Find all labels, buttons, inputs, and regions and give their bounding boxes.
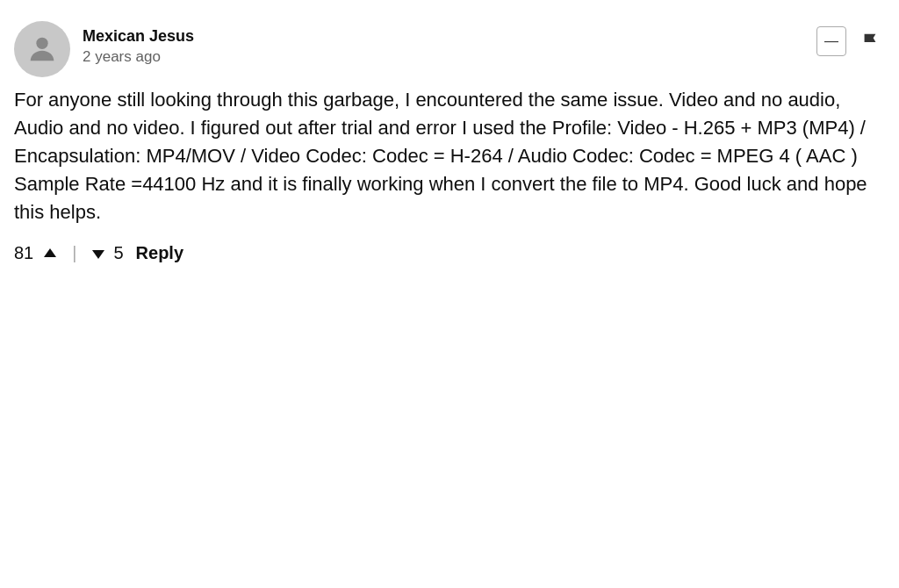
svg-point-0 (36, 38, 47, 49)
flag-icon (860, 32, 880, 51)
chevron-down-icon (92, 250, 104, 259)
flag-button[interactable] (855, 26, 885, 56)
comment-meta: Mexican Jesus 2 years ago (83, 21, 194, 66)
author-name: Mexican Jesus (83, 26, 194, 47)
upvote-button[interactable] (40, 247, 60, 261)
comment-actions-top: — (816, 21, 885, 56)
downvote-button[interactable] (89, 247, 108, 261)
comment-header: Mexican Jesus 2 years ago — (14, 21, 885, 77)
upvote-count: 81 (14, 243, 33, 263)
comment: Mexican Jesus 2 years ago — For anyone s… (14, 14, 885, 272)
upvote-section: 81 (14, 243, 60, 263)
comment-timestamp: 2 years ago (83, 48, 194, 66)
comment-header-left: Mexican Jesus 2 years ago (14, 21, 194, 77)
comment-body: For anyone still looking through this ga… (14, 86, 885, 226)
vote-divider: | (72, 243, 76, 263)
avatar (14, 21, 70, 77)
comment-footer: 81 | 5 Reply (14, 241, 885, 265)
downvote-section: 5 (89, 243, 123, 263)
reply-button[interactable]: Reply (133, 241, 187, 265)
downvote-count: 5 (113, 243, 123, 263)
minimize-button[interactable]: — (816, 26, 846, 56)
chevron-up-icon (44, 248, 56, 257)
